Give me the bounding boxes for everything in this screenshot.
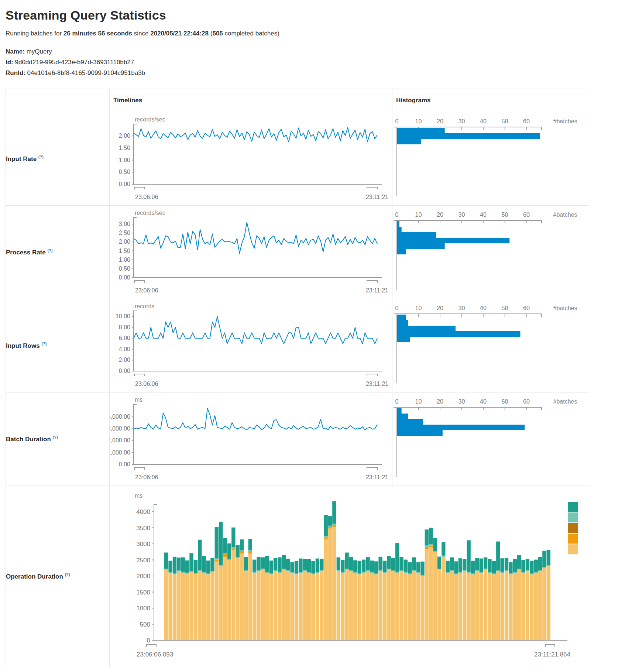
svg-text:0.50: 0.50: [119, 169, 130, 175]
batch-duration-histogram-chart: 0102030405060#batches: [392, 392, 588, 484]
svg-text:3500: 3500: [136, 525, 150, 532]
input-rows-histogram-chart: 0102030405060#batches: [392, 299, 588, 391]
query-runid-line: RunId: 04e101e6-8bf8-4165-9099-9104c951b…: [6, 68, 620, 78]
svg-text:20: 20: [437, 305, 443, 311]
svg-text:0.00: 0.00: [119, 461, 130, 467]
input-rows-help-icon[interactable]: (?): [41, 342, 47, 346]
table-header-row: Timelines Histograms: [6, 89, 589, 112]
svg-text:0.00: 0.00: [119, 274, 130, 281]
input-rate-timeline-chart: records/sec2.001.501.000.500.0023:06:062…: [110, 112, 392, 204]
svg-text:40: 40: [480, 212, 487, 218]
timelines-column-header: Timelines: [110, 89, 392, 112]
process-rate-help-icon[interactable]: (?): [47, 248, 52, 253]
svg-text:4,000.00: 4,000.00: [110, 414, 130, 420]
svg-text:50: 50: [502, 212, 508, 218]
metric-column-header: [6, 89, 110, 112]
process-rate-histogram-chart: 0102030405060#batches: [392, 206, 588, 297]
since-text: since: [132, 30, 150, 37]
svg-text:23:11:21: 23:11:21: [366, 194, 388, 200]
svg-text:40: 40: [480, 118, 487, 124]
svg-text:40: 40: [480, 398, 487, 405]
svg-text:30: 30: [459, 118, 465, 124]
svg-text:#batches: #batches: [553, 398, 577, 405]
batch-duration-label: Batch Duration: [6, 436, 51, 443]
histograms-column-header: Histograms: [392, 89, 589, 112]
svg-text:2.00: 2.00: [119, 239, 130, 245]
process-rate-timeline-cell: records/sec3.002.502.001.501.000.500.002…: [110, 206, 392, 299]
operation-duration-stacked-chart: ms4000350030002500200015001000500023:06:…: [110, 486, 588, 665]
input-rate-timeline-cell: records/sec2.001.501.000.500.0023:06:062…: [110, 112, 392, 206]
input-rate-help-icon[interactable]: (?): [38, 155, 44, 159]
svg-text:ms: ms: [135, 493, 142, 499]
svg-text:23:06:06.093: 23:06:06.093: [137, 651, 173, 658]
svg-text:3.00: 3.00: [119, 221, 130, 227]
svg-text:0.00: 0.00: [119, 181, 130, 187]
svg-text:60: 60: [523, 212, 530, 218]
svg-text:4000: 4000: [136, 508, 150, 515]
svg-text:#batches: #batches: [553, 118, 577, 124]
input-rate-row: Input Rate (?) records/sec2.001.501.000.…: [6, 112, 589, 206]
runid-value: 04e101e6-8bf8-4165-9099-9104c951ba3b: [25, 69, 145, 76]
process-rate-label-cell: Process Rate (?): [6, 206, 110, 299]
svg-text:0: 0: [395, 398, 399, 405]
svg-text:0.50: 0.50: [119, 265, 130, 272]
svg-text:0: 0: [395, 118, 399, 124]
svg-text:30: 30: [459, 305, 465, 311]
batch-duration-histogram-cell: 0102030405060#batches: [392, 392, 589, 486]
svg-text:23:06:06: 23:06:06: [135, 474, 158, 480]
operation-duration-label-cell: Operation Duration (?): [6, 486, 110, 667]
start-timestamp: 2020/05/21 22:44:28: [150, 30, 209, 37]
svg-text:10: 10: [415, 398, 422, 405]
svg-text:records/sec: records/sec: [135, 116, 165, 123]
operation-duration-help-icon[interactable]: (?): [65, 572, 70, 577]
svg-text:60: 60: [523, 398, 530, 405]
process-rate-label: Process Rate: [6, 249, 46, 256]
batch-duration-timeline-chart: ms4,000.003,000.002,000.001,000.000.0023…: [110, 392, 392, 484]
running-duration: 26 minutes 56 seconds: [63, 30, 132, 37]
svg-text:23:11:21: 23:11:21: [366, 381, 388, 387]
input-rows-label-cell: Input Rows (?): [6, 299, 110, 392]
svg-text:50: 50: [502, 118, 508, 124]
query-name-line: Name: myQuery: [6, 46, 620, 57]
svg-text:2,000.00: 2,000.00: [110, 437, 130, 443]
operation-duration-row: Operation Duration (?) ms400035003000250…: [6, 486, 589, 667]
input-rate-histogram-cell: 0102030405060#batches: [392, 112, 589, 206]
input-rate-label-cell: Input Rate (?): [6, 112, 110, 206]
svg-text:60: 60: [523, 305, 530, 311]
batch-duration-label-cell: Batch Duration (?): [6, 392, 110, 486]
batch-duration-help-icon[interactable]: (?): [53, 435, 58, 439]
process-rate-timeline-chart: records/sec3.002.502.001.501.000.500.002…: [110, 206, 392, 297]
svg-text:23:06:06: 23:06:06: [135, 194, 158, 200]
svg-text:ms: ms: [135, 397, 142, 403]
svg-text:10: 10: [415, 118, 422, 124]
id-label: Id:: [6, 59, 13, 66]
svg-text:50: 50: [502, 398, 508, 405]
svg-text:2000: 2000: [136, 573, 150, 580]
svg-text:records: records: [135, 303, 154, 309]
svg-text:2.50: 2.50: [119, 230, 130, 236]
svg-text:2.00: 2.00: [119, 357, 130, 363]
svg-text:1000: 1000: [136, 605, 150, 612]
svg-text:1500: 1500: [136, 589, 150, 596]
svg-text:50: 50: [502, 305, 508, 311]
svg-text:20: 20: [437, 398, 443, 405]
input-rows-label: Input Rows: [6, 342, 40, 349]
statistics-table: Timelines Histograms Input Rate (?) reco…: [6, 89, 589, 667]
svg-text:1.00: 1.00: [119, 257, 130, 263]
svg-text:23:06:06: 23:06:06: [135, 287, 158, 294]
svg-text:0.00: 0.00: [119, 368, 130, 374]
runid-label: RunId:: [6, 69, 25, 76]
svg-text:30: 30: [459, 398, 465, 405]
operation-duration-label: Operation Duration: [6, 573, 63, 580]
streaming-statistics-page: Streaming Query Statistics Running batch…: [0, 0, 625, 672]
svg-text:1.00: 1.00: [119, 157, 130, 163]
svg-text:20: 20: [437, 118, 443, 124]
running-batches-summary: Running batches for 26 minutes 56 second…: [6, 30, 620, 37]
svg-text:10: 10: [415, 212, 422, 218]
input-rows-row: Input Rows (?) records10.008.006.004.002…: [6, 299, 589, 392]
svg-text:10: 10: [415, 305, 422, 311]
query-metadata: Name: myQuery Id: 9d0dd219-995d-423e-b97…: [6, 46, 620, 78]
input-rows-timeline-cell: records10.008.006.004.002.000.0023:06:06…: [110, 299, 392, 392]
svg-text:records/sec: records/sec: [135, 210, 165, 216]
batch-duration-timeline-cell: ms4,000.003,000.002,000.001,000.000.0023…: [110, 392, 392, 486]
